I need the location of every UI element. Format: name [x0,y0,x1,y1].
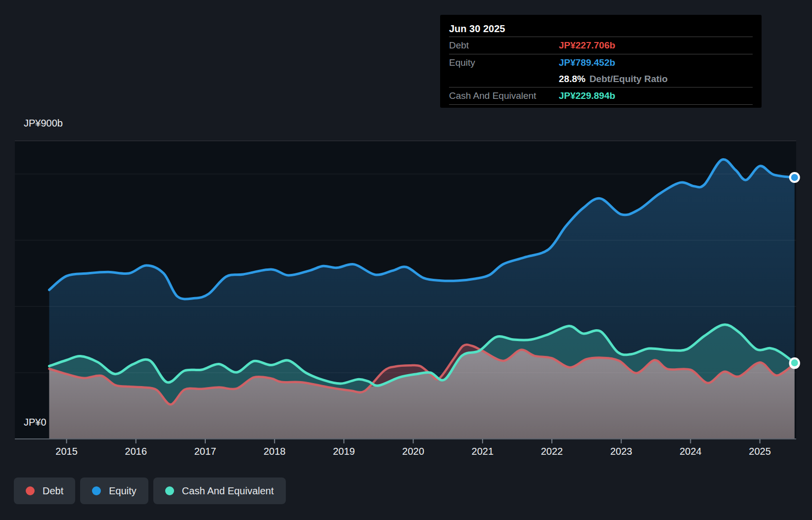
x-axis-label-2017: 2017 [185,446,225,457]
legend: Debt Equity Cash And Equivalent [14,477,286,504]
debt-equity-history-chart: JP¥900b JP¥0 201520162017201820192020202… [0,0,812,520]
x-axis-label-2024: 2024 [671,446,710,457]
cash-series-dot-icon [165,486,174,495]
legend-item-debt[interactable]: Debt [14,477,75,504]
x-axis-label-2019: 2019 [324,446,363,457]
tooltip-cash-value: JP¥229.894b [559,90,615,101]
legend-item-equity[interactable]: Equity [80,477,148,504]
debt-equity-ratio-value: 28.8% [559,74,586,85]
debt-equity-ratio-label: Debt/Equity Ratio [589,74,668,85]
equity-series-dot-icon [92,486,101,495]
tooltip: Jun 30 2025 Debt JP¥227.706b Equity JP¥7… [440,15,762,108]
tooltip-row-cash: Cash And Equivalent JP¥229.894b [449,87,753,105]
y-axis-max-label: JP¥900b [24,118,63,129]
tooltip-debt-label: Debt [449,40,559,51]
tooltip-equity-label: Equity [449,57,559,68]
x-axis-label-2020: 2020 [394,446,433,457]
end-marker-cash-and-equivalent [791,359,798,366]
tooltip-equity-value: JP¥789.452b [559,57,615,68]
x-axis-label-2015: 2015 [47,446,87,457]
x-axis-label-2016: 2016 [116,446,156,457]
x-axis-label-2022: 2022 [532,446,572,457]
debt-series-dot-icon [26,486,35,495]
tooltip-date: Jun 30 2025 [449,21,753,37]
tooltip-cash-label: Cash And Equivalent [449,90,559,101]
end-marker-equity [791,174,798,181]
legend-item-cash[interactable]: Cash And Equivalent [153,477,286,504]
x-axis-label-2025: 2025 [740,446,780,457]
x-axis-label-2018: 2018 [255,446,294,457]
tooltip-row-equity: Equity JP¥789.452b [449,54,753,71]
y-axis-zero-label: JP¥0 [24,417,46,428]
tooltip-row-ratio: 28.8% Debt/Equity Ratio [449,71,753,87]
x-axis-label-2023: 2023 [601,446,641,457]
x-axis-label-2021: 2021 [463,446,502,457]
tooltip-debt-value: JP¥227.706b [559,40,615,51]
tooltip-row-debt: Debt JP¥227.706b [449,37,753,54]
